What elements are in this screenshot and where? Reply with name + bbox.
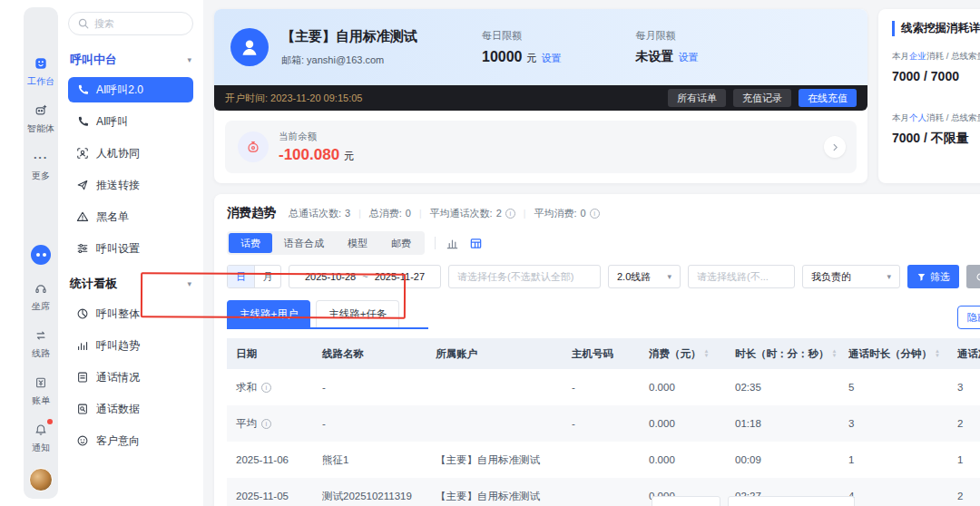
rail-item-bill[interactable]: 账单 xyxy=(32,374,50,407)
nav-item-label: 推送转接 xyxy=(96,178,140,193)
period-day[interactable]: 日 xyxy=(228,266,254,287)
rail-item-seat[interactable]: 坐席 xyxy=(32,279,50,313)
person-icon xyxy=(238,35,261,59)
period-month[interactable]: 月 xyxy=(254,266,280,287)
nav-item-push-transfer[interactable]: 推送转接 xyxy=(68,172,193,198)
nav-item-call-data[interactable]: 通话数据 xyxy=(68,396,193,422)
chart-view-icon[interactable] xyxy=(446,237,459,250)
rail-item-agent[interactable]: 智能体 xyxy=(27,102,54,135)
line-type-select[interactable]: 2.0线路 ▾ xyxy=(608,265,681,288)
search-box[interactable] xyxy=(68,12,193,35)
recharge-records-button[interactable]: 充值记录 xyxy=(733,89,791,107)
row-account xyxy=(426,405,563,442)
row-minutes: 1 xyxy=(839,442,948,478)
hide-sum-average-button[interactable]: 隐藏求和平均值 xyxy=(957,306,980,329)
stat-suffix: 消耗 / 总线索量 xyxy=(926,112,980,122)
row-line: - xyxy=(313,369,426,405)
online-recharge-button[interactable]: 在线充值 xyxy=(799,89,857,107)
balance-value: -100.080 xyxy=(279,146,339,164)
nav-section-stats-board[interactable]: 统计看板 ▾ xyxy=(70,276,191,292)
content-area: 【主要】自用标准测试 邮箱: yanshi@163.com 每日限额 10000… xyxy=(203,0,980,506)
info-icon[interactable]: i xyxy=(261,383,271,393)
rail-label-seat: 坐席 xyxy=(32,300,50,313)
nav-panel: 呼叫中台 ▾ AI呼叫2.0 AI呼叫 人机协同 推送转接 黑名单 呼叫设置 xyxy=(58,0,203,506)
rail-item-more[interactable]: ··· 更多 xyxy=(32,149,50,182)
tab-model[interactable]: 模型 xyxy=(336,233,379,253)
all-bills-button[interactable]: 所有话单 xyxy=(668,89,726,107)
account-header: 【主要】自用标准测试 邮箱: yanshi@163.com 每日限额 10000… xyxy=(214,9,867,85)
phone-icon xyxy=(76,83,89,96)
nav-item-call-settings[interactable]: 呼叫设置 xyxy=(68,236,193,261)
stat-value: 7000 / 不限量 xyxy=(892,131,980,147)
user-avatar[interactable] xyxy=(29,468,53,491)
line-select[interactable] xyxy=(688,265,795,288)
tab-postage[interactable]: 邮费 xyxy=(379,233,423,253)
tab-mainline-task[interactable]: 主线路+任务 xyxy=(316,300,399,327)
table-view-icon[interactable] xyxy=(469,237,483,250)
trend-stat-label: 总消费: xyxy=(369,207,402,220)
nav-item-call-trend[interactable]: 呼叫趋势 xyxy=(68,333,193,358)
nav-item-ai-call[interactable]: AI呼叫 xyxy=(68,109,193,134)
stat-prefix: 本月 xyxy=(892,112,909,122)
owner-value: 我负责的 xyxy=(811,270,851,284)
leads-grid: 本月企业消耗 / 总线索量 7000 / 7000 本日企业消耗 / 总线索量 … xyxy=(892,51,980,147)
owner-select[interactable]: 我负责的 ▾ xyxy=(802,265,900,288)
rail-item-notify[interactable]: 通知 xyxy=(32,421,50,454)
date-end: 2025-11-27 xyxy=(375,271,425,282)
lead-stat-month-enterprise: 本月企业消耗 / 总线索量 7000 / 7000 xyxy=(892,51,980,85)
reset-button[interactable]: 重置 xyxy=(966,265,980,288)
sort-icon[interactable]: ▲▼ xyxy=(935,349,940,358)
nav-item-label: 客户意向 xyxy=(96,433,140,449)
period-segmented-control: 日 月 xyxy=(227,265,281,288)
carousel-next-button[interactable] xyxy=(824,136,846,158)
row-host: - xyxy=(563,405,640,442)
nav-section-call-platform[interactable]: 呼叫中台 ▾ xyxy=(70,52,191,68)
col-line-name: 线路名称 xyxy=(313,338,426,369)
balance-label: 当前余额 xyxy=(279,131,354,143)
tab-mainline-user[interactable]: 主线路+用户 xyxy=(227,300,310,327)
nav-item-call-status[interactable]: 通话情况 xyxy=(68,365,193,390)
daily-limit-set-link[interactable]: 设置 xyxy=(542,52,562,65)
tab-tts[interactable]: 语音合成 xyxy=(272,233,336,253)
task-select-input[interactable] xyxy=(457,271,592,282)
rail-label-line: 线路 xyxy=(32,347,50,360)
trend-stat-label: 平均消费: xyxy=(534,207,576,220)
sort-icon[interactable]: ▲▼ xyxy=(704,349,710,358)
task-select[interactable] xyxy=(448,265,601,288)
rail-item-line[interactable]: 线路 xyxy=(32,326,50,360)
pagination-control[interactable] xyxy=(652,496,720,506)
document-icon xyxy=(76,371,89,384)
rail-item-workbench[interactable]: 工作台 xyxy=(27,54,54,88)
sort-icon[interactable]: ▲▼ xyxy=(832,349,838,358)
document-search-icon xyxy=(76,403,89,415)
nav-item-label: 通话数据 xyxy=(96,402,140,417)
bar-chart-icon xyxy=(76,339,89,352)
row-account xyxy=(426,369,563,405)
info-icon[interactable]: i xyxy=(505,209,515,219)
col-date: 日期 xyxy=(227,338,313,369)
filter-button[interactable]: 筛选 xyxy=(907,265,959,288)
table-row: 2025-11-06 熊征1 【主要】自用标准测试 0.000 00:09 1 … xyxy=(227,442,980,478)
divider xyxy=(435,237,436,249)
col-duration: 时长（时：分：秒）▲▼ xyxy=(726,338,839,369)
search-input[interactable] xyxy=(94,18,176,29)
table-row-average: 平均i - - 0.000 01:18 3 2 xyxy=(227,405,980,442)
date-range-picker[interactable]: 2025-10-28 ~ 2025-11-27 xyxy=(289,265,441,288)
info-icon[interactable]: i xyxy=(590,209,600,219)
nav-item-call-overview[interactable]: 呼叫整体 xyxy=(68,301,193,326)
nav-item-ai-call-2[interactable]: AI呼叫2.0 xyxy=(68,77,193,102)
assistant-robot-icon[interactable] xyxy=(31,245,51,265)
nav-item-blacklist[interactable]: 黑名单 xyxy=(68,204,193,229)
pagination-control[interactable] xyxy=(728,496,855,506)
monthly-limit-set-link[interactable]: 设置 xyxy=(679,51,699,64)
nav-item-customer-intent[interactable]: 客户意向 xyxy=(68,428,193,453)
nav-item-human-machine[interactable]: 人机协同 xyxy=(68,141,193,166)
line-select-input[interactable] xyxy=(697,271,786,282)
trend-header: 消费趋势 总通话次数:3 | 总消费:0 | 平均通话次数:2i | 平均消费:… xyxy=(227,205,980,221)
tab-call-fee[interactable]: 话费 xyxy=(229,233,272,253)
account-identity: 【主要】自用标准测试 邮箱: yanshi@163.com xyxy=(281,28,458,67)
left-rail: 工作台 智能体 ··· 更多 坐席 线路 xyxy=(24,7,58,499)
row-date: 求和 xyxy=(236,381,257,394)
row-host: - xyxy=(563,369,640,405)
info-icon[interactable]: i xyxy=(261,419,271,429)
